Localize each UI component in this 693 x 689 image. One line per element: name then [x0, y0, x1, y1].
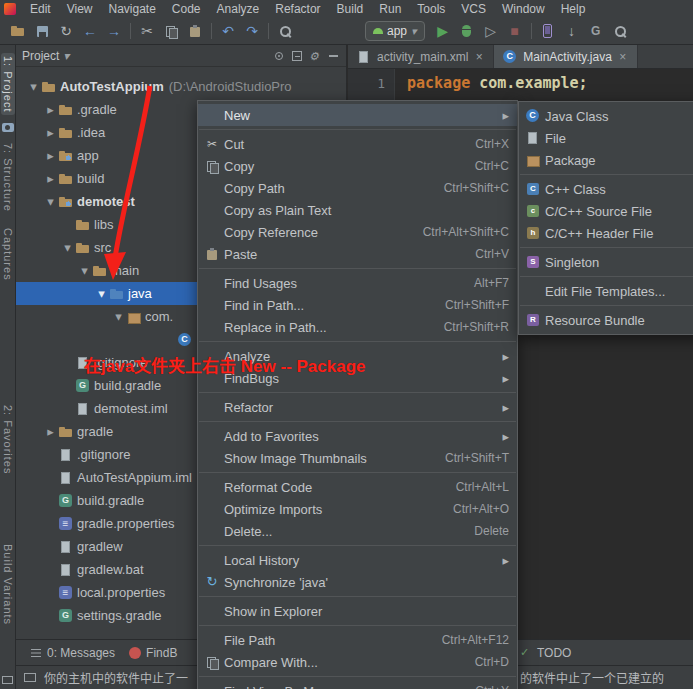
sync-icon[interactable]	[54, 21, 78, 42]
locate-icon[interactable]	[273, 50, 285, 62]
menu-window[interactable]: Window	[494, 0, 553, 18]
settings-icon[interactable]	[309, 50, 321, 62]
gradle-sync-icon[interactable]	[584, 21, 608, 42]
cut-icon[interactable]	[135, 21, 159, 42]
menu-code[interactable]: Code	[164, 0, 209, 18]
tool-tab-captures[interactable]: Captures	[1, 225, 15, 284]
search-everywhere-icon[interactable]	[608, 21, 632, 42]
event-log-message[interactable]: 的软件中止了一个已建立的	[520, 669, 664, 686]
menu-item-paste[interactable]: PasteCtrl+V	[198, 243, 517, 265]
menu-edit[interactable]: Edit	[22, 0, 59, 18]
menu-item-optimize-imports[interactable]: Optimize ImportsCtrl+Alt+O	[198, 498, 517, 520]
menu-item-cut[interactable]: CutCtrl+X	[198, 133, 517, 155]
menu-item-package[interactable]: Package	[519, 149, 693, 171]
project-view-selector[interactable]: Project	[22, 49, 69, 63]
close-icon[interactable]	[617, 50, 629, 64]
tool-tab-7-structure[interactable]: 7: Structure	[1, 140, 15, 215]
redo-icon[interactable]	[240, 21, 264, 42]
menu-item-c-class[interactable]: C++ Class	[519, 178, 693, 200]
chevron-collapsed-icon[interactable]	[43, 424, 58, 439]
chevron-expanded-icon[interactable]	[26, 79, 41, 94]
menu-item-local-history[interactable]: Local History	[198, 549, 517, 571]
menu-item-label: New	[224, 108, 250, 123]
chevron-collapsed-icon[interactable]	[43, 125, 58, 140]
menu-item-copy-path[interactable]: Copy PathCtrl+Shift+C	[198, 177, 517, 199]
menu-run[interactable]: Run	[371, 0, 409, 18]
event-monitor-icon[interactable]	[2, 676, 13, 684]
forward-icon[interactable]	[102, 21, 126, 42]
menu-item-replace-in-path[interactable]: Replace in Path...Ctrl+Shift+R	[198, 316, 517, 338]
chevron-expanded-icon[interactable]	[60, 240, 75, 255]
menu-vcs[interactable]: VCS	[453, 0, 494, 18]
find-icon[interactable]	[273, 21, 297, 42]
avd-manager-icon[interactable]	[536, 21, 560, 42]
menu-navigate[interactable]: Navigate	[100, 0, 163, 18]
menu-item-resource-bundle[interactable]: Resource Bundle	[519, 309, 693, 331]
menu-item-delete[interactable]: Delete...Delete	[198, 520, 517, 542]
debug-icon[interactable]	[455, 21, 479, 42]
menu-build[interactable]: Build	[329, 0, 372, 18]
menu-item-find-usages[interactable]: Find UsagesAlt+F7	[198, 272, 517, 294]
menu-item-copy[interactable]: CopyCtrl+C	[198, 155, 517, 177]
menu-item-synchronize-java[interactable]: Synchronize 'java'	[198, 571, 517, 593]
menu-item-copy-as-plain-text[interactable]: Copy as Plain Text	[198, 199, 517, 221]
paste-icon[interactable]	[183, 21, 207, 42]
collapse-all-icon[interactable]	[292, 51, 302, 61]
hide-panel-icon[interactable]	[328, 50, 340, 62]
chevron-expanded-icon[interactable]	[77, 263, 92, 278]
menu-item-new[interactable]: New	[198, 104, 517, 126]
editor-tab-mainactivity-java[interactable]: MainActivity.java	[494, 45, 637, 68]
menu-help[interactable]: Help	[553, 0, 594, 18]
menu-item-singleton[interactable]: Singleton	[519, 251, 693, 273]
menu-refactor[interactable]: Refactor	[267, 0, 328, 18]
tree-item-autotestappium[interactable]: AutoTestAppium (D:\AndroidStudioPro	[16, 75, 346, 98]
menu-item-refactor[interactable]: Refactor	[198, 396, 517, 418]
chevron-collapsed-icon[interactable]	[43, 102, 58, 117]
editor-tab-activity-main-xml[interactable]: activity_main.xml	[348, 45, 494, 68]
menu-item-java-class[interactable]: Java Class	[519, 105, 693, 127]
tree-item-label: .gitignore	[77, 447, 130, 462]
menu-analyze[interactable]: Analyze	[209, 0, 268, 18]
menu-item-find-view-by-me[interactable]: Find View By MeCtrl+Y	[198, 680, 517, 689]
menu-item-file-path[interactable]: File PathCtrl+Alt+F12	[198, 629, 517, 651]
chevron-collapsed-icon[interactable]	[43, 171, 58, 186]
menu-item-copy-reference[interactable]: Copy ReferenceCtrl+Alt+Shift+C	[198, 221, 517, 243]
findbugs-tab[interactable]: FindB	[129, 646, 177, 660]
todo-tab[interactable]: TODO	[520, 646, 571, 660]
menu-tools[interactable]: Tools	[409, 0, 453, 18]
menu-item-show-image-thumbnails[interactable]: Show Image ThumbnailsCtrl+Shift+T	[198, 447, 517, 469]
chevron-expanded-icon[interactable]	[94, 286, 109, 301]
chevron-collapsed-icon[interactable]	[43, 148, 58, 163]
chevron-expanded-icon[interactable]	[111, 309, 126, 324]
open-icon[interactable]	[6, 21, 30, 42]
menu-item-edit-file-templates[interactable]: Edit File Templates...	[519, 280, 693, 302]
menu-item-find-in-path[interactable]: Find in Path...Ctrl+Shift+F	[198, 294, 517, 316]
close-icon[interactable]	[473, 50, 485, 64]
tool-tab-build-variants[interactable]: Build Variants	[1, 541, 15, 628]
status-monitor-icon[interactable]	[24, 673, 36, 682]
camera-icon[interactable]	[2, 123, 14, 132]
sdk-manager-icon[interactable]	[560, 21, 584, 42]
back-icon[interactable]	[78, 21, 102, 42]
menu-separator	[199, 341, 516, 342]
undo-icon[interactable]	[216, 21, 240, 42]
chevron-expanded-icon[interactable]	[43, 194, 58, 209]
stop-icon[interactable]	[503, 21, 527, 42]
menu-item-c-c-header-file[interactable]: C/C++ Header File	[519, 222, 693, 244]
coverage-icon[interactable]	[479, 21, 503, 42]
tree-item-path: (D:\AndroidStudioPro	[169, 79, 292, 94]
save-all-icon[interactable]	[30, 21, 54, 42]
menu-item-add-to-favorites[interactable]: Add to Favorites	[198, 425, 517, 447]
run-icon[interactable]	[431, 21, 455, 42]
menu-item-show-in-explorer[interactable]: Show in Explorer	[198, 600, 517, 622]
menu-item-file[interactable]: File	[519, 127, 693, 149]
menu-item-compare-with[interactable]: Compare With...Ctrl+D	[198, 651, 517, 673]
tool-tab-2-favorites[interactable]: 2: Favorites	[1, 402, 15, 477]
menu-item-reformat-code[interactable]: Reformat CodeCtrl+Alt+L	[198, 476, 517, 498]
menu-item-c-c-source-file[interactable]: C/C++ Source File	[519, 200, 693, 222]
menu-view[interactable]: View	[59, 0, 101, 18]
messages-tab[interactable]: 0: Messages	[30, 646, 115, 660]
tool-tab-1-project[interactable]: 1: Project	[1, 53, 15, 115]
copy-icon[interactable]	[159, 21, 183, 42]
run-config-selector[interactable]: app	[365, 21, 425, 41]
